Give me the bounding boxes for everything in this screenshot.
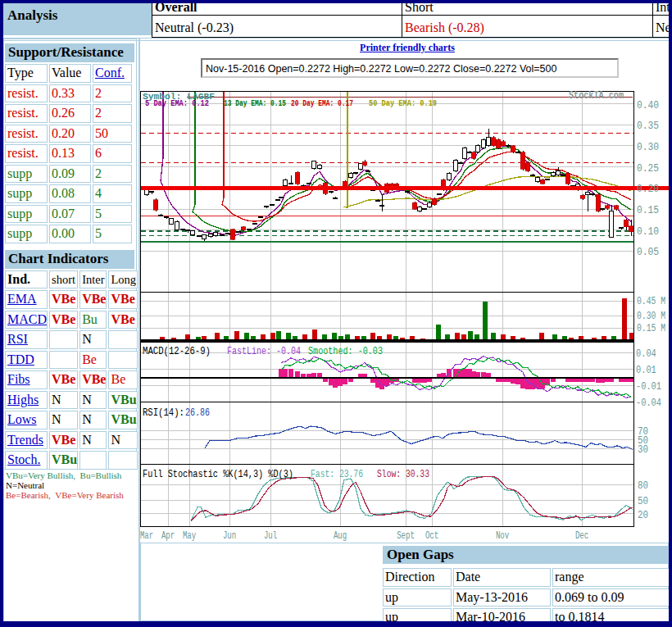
svg-text:5 Day EMA: 0.12: 5 Day EMA: 0.12 xyxy=(145,99,209,108)
svg-text:MACD(12-26-9): MACD(12-26-9) xyxy=(143,345,211,357)
svg-text:-0.04: -0.04 xyxy=(636,397,661,409)
svg-text:13 Day EMA: 0.15: 13 Day EMA: 0.15 xyxy=(224,99,286,108)
svg-text:0.01: 0.01 xyxy=(636,364,656,376)
svg-text:0.30: 0.30 xyxy=(637,141,659,153)
svg-text:Nov: Nov xyxy=(496,530,509,541)
svg-text:0.30 M: 0.30 M xyxy=(637,311,665,322)
svg-text:Jul: Jul xyxy=(264,530,277,541)
svg-text:0.15: 0.15 xyxy=(637,204,659,216)
svg-text:0.35: 0.35 xyxy=(637,120,659,132)
svg-text:80: 80 xyxy=(638,479,648,492)
svg-text:0.04: 0.04 xyxy=(636,348,656,360)
svg-text:Sept: Sept xyxy=(397,530,415,541)
svg-text:Slow: 30.33: Slow: 30.33 xyxy=(377,468,429,480)
svg-text:Jun: Jun xyxy=(223,530,236,541)
svg-text:50 Day EMA: 0.19: 50 Day EMA: 0.19 xyxy=(369,99,437,108)
svg-text:Smoothed: -0.03: Smoothed: -0.03 xyxy=(308,345,383,357)
svg-text:Aug: Aug xyxy=(334,530,347,541)
svg-text:0.10: 0.10 xyxy=(637,225,659,238)
svg-text:20 Day EMA: 0.17: 20 Day EMA: 0.17 xyxy=(291,99,353,108)
svg-text:50: 50 xyxy=(638,495,648,507)
svg-text:FastLine: -0.04: FastLine: -0.04 xyxy=(227,345,301,357)
svg-text:0.15 M: 0.15 M xyxy=(637,323,665,334)
svg-text:0.25: 0.25 xyxy=(637,162,659,175)
svg-text:20: 20 xyxy=(638,509,648,521)
svg-text:26.86: 26.86 xyxy=(185,407,210,419)
svg-text:Full Stochastic %K(14,3) %D(3): Full Stochastic %K(14,3) %D(3) xyxy=(143,468,293,480)
svg-text:0.45 M: 0.45 M xyxy=(637,296,665,307)
svg-text:Fast: 23.76: Fast: 23.76 xyxy=(311,468,363,480)
svg-text:May: May xyxy=(183,530,196,541)
svg-text:Dec: Dec xyxy=(575,530,588,541)
svg-text:Apr: Apr xyxy=(161,530,175,541)
svg-text:RSI(14):: RSI(14): xyxy=(143,407,184,419)
svg-text:Mar: Mar xyxy=(140,530,153,541)
svg-text:0.20: 0.20 xyxy=(637,183,659,195)
svg-text:StockTA.com: StockTA.com xyxy=(569,89,624,102)
svg-text:Oct: Oct xyxy=(425,530,438,541)
svg-text:-0.01: -0.01 xyxy=(636,380,661,393)
svg-text:0.40: 0.40 xyxy=(637,99,659,111)
svg-text:0.05: 0.05 xyxy=(637,246,659,258)
svg-text:30: 30 xyxy=(638,443,648,456)
